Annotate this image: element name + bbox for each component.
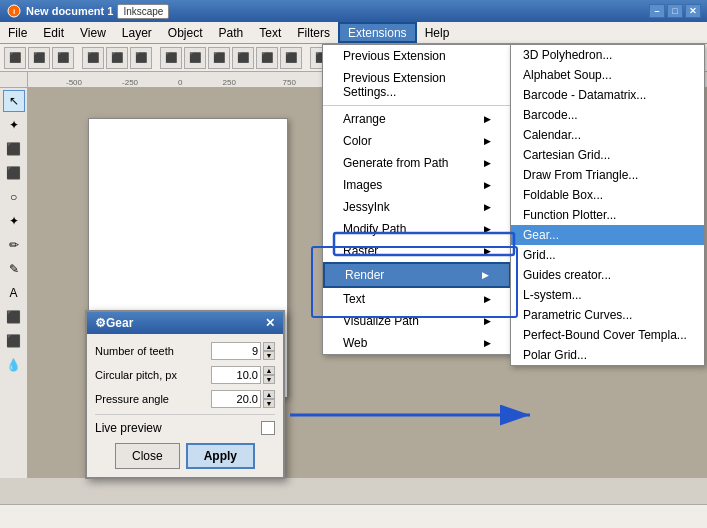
- apply-button[interactable]: Apply: [186, 443, 255, 469]
- toolbar-btn-3[interactable]: ⬛: [52, 47, 74, 69]
- gear-dialog: ⚙ Gear ✕ Number of teeth ▲ ▼ Circular pi…: [85, 310, 285, 479]
- render-alphabet-soup[interactable]: Alphabet Soup...: [511, 65, 704, 85]
- menu-edit[interactable]: Edit: [35, 22, 72, 43]
- menu-jessyink[interactable]: JessyInk▶: [323, 196, 511, 218]
- menu-arrange[interactable]: Arrange▶: [323, 108, 511, 130]
- circ-pitch-row: Circular pitch, px ▲ ▼: [95, 366, 275, 384]
- menu-help[interactable]: Help: [417, 22, 458, 43]
- render-gear[interactable]: Gear...: [511, 225, 704, 245]
- menu-visualize-path[interactable]: Visualize Path▶: [323, 310, 511, 332]
- menu-color[interactable]: Color▶: [323, 130, 511, 152]
- tool-rect[interactable]: ⬛: [3, 162, 25, 184]
- live-preview-label: Live preview: [95, 421, 255, 435]
- toolbar-btn-1[interactable]: ⬛: [4, 47, 26, 69]
- toolbar-btn-11[interactable]: ⬛: [256, 47, 278, 69]
- menu-view[interactable]: View: [72, 22, 114, 43]
- document-title: New document 1: [26, 5, 113, 17]
- pressure-angle-down[interactable]: ▼: [263, 399, 275, 408]
- close-button[interactable]: ✕: [685, 4, 701, 18]
- toolbar-btn-6[interactable]: ⬛: [130, 47, 152, 69]
- render-barcode-dm[interactable]: Barcode - Datamatrix...: [511, 85, 704, 105]
- render-cartesian-grid[interactable]: Cartesian Grid...: [511, 145, 704, 165]
- live-preview-row: Live preview: [95, 421, 275, 435]
- title-bar: i New document 1 Inkscape – □ ✕: [0, 0, 707, 22]
- render-3d-poly[interactable]: 3D Polyhedron...: [511, 45, 704, 65]
- circ-pitch-input[interactable]: [211, 366, 261, 384]
- menu-extensions[interactable]: Extensions: [338, 22, 417, 43]
- status-bar: [0, 504, 707, 528]
- render-submenu: 3D Polyhedron... Alphabet Soup... Barcod…: [510, 44, 705, 366]
- circ-pitch-up[interactable]: ▲: [263, 366, 275, 375]
- minimize-button[interactable]: –: [649, 4, 665, 18]
- menu-text-ext[interactable]: Text▶: [323, 288, 511, 310]
- num-teeth-label: Number of teeth: [95, 345, 211, 357]
- window-controls[interactable]: – □ ✕: [649, 4, 701, 18]
- tool-text[interactable]: A: [3, 282, 25, 304]
- render-l-system[interactable]: L-system...: [511, 285, 704, 305]
- toolbar-btn-10[interactable]: ⬛: [232, 47, 254, 69]
- render-perfect-bound[interactable]: Perfect-Bound Cover Templa...: [511, 325, 704, 345]
- tool-select[interactable]: ↖: [3, 90, 25, 112]
- render-grid[interactable]: Grid...: [511, 245, 704, 265]
- pressure-angle-row: Pressure angle ▲ ▼: [95, 390, 275, 408]
- tool-dropper[interactable]: 💧: [3, 354, 25, 376]
- render-foldable-box[interactable]: Foldable Box...: [511, 185, 704, 205]
- render-draw-triangle[interactable]: Draw From Triangle...: [511, 165, 704, 185]
- menu-web[interactable]: Web▶: [323, 332, 511, 354]
- menu-prev-extension-settings[interactable]: Previous Extension Settings...: [323, 67, 511, 103]
- render-guides-creator[interactable]: Guides creator...: [511, 265, 704, 285]
- num-teeth-up[interactable]: ▲: [263, 342, 275, 351]
- render-polar-grid[interactable]: Polar Grid...: [511, 345, 704, 365]
- gear-dialog-close-icon[interactable]: ✕: [265, 316, 275, 330]
- render-fn-plotter[interactable]: Function Plotter...: [511, 205, 704, 225]
- toolbar-btn-2[interactable]: ⬛: [28, 47, 50, 69]
- menu-path[interactable]: Path: [211, 22, 252, 43]
- tool-zoom[interactable]: ⬛: [3, 138, 25, 160]
- menu-layer[interactable]: Layer: [114, 22, 160, 43]
- tool-fill[interactable]: ⬛: [3, 306, 25, 328]
- circ-pitch-down[interactable]: ▼: [263, 375, 275, 384]
- dialog-buttons: Close Apply: [95, 443, 275, 469]
- menu-images[interactable]: Images▶: [323, 174, 511, 196]
- live-preview-checkbox[interactable]: [261, 421, 275, 435]
- dialog-sep: [95, 414, 275, 415]
- render-param-curves[interactable]: Parametric Curves...: [511, 305, 704, 325]
- menu-filters[interactable]: Filters: [289, 22, 338, 43]
- gear-icon: ⚙: [95, 316, 106, 330]
- num-teeth-down[interactable]: ▼: [263, 351, 275, 360]
- menu-render[interactable]: Render▶: [323, 262, 511, 288]
- tool-pencil[interactable]: ✎: [3, 258, 25, 280]
- toolbar-btn-4[interactable]: ⬛: [82, 47, 104, 69]
- toolbar-btn-12[interactable]: ⬛: [280, 47, 302, 69]
- extensions-dropdown: Previous Extension Previous Extension Se…: [322, 44, 512, 355]
- pressure-angle-input[interactable]: [211, 390, 261, 408]
- menu-gen-from-path[interactable]: Generate from Path▶: [323, 152, 511, 174]
- gear-dialog-content: Number of teeth ▲ ▼ Circular pitch, px ▲…: [87, 334, 283, 477]
- menu-raster[interactable]: Raster▶: [323, 240, 511, 262]
- menu-text[interactable]: Text: [251, 22, 289, 43]
- close-button[interactable]: Close: [115, 443, 180, 469]
- toolbox: ↖ ✦ ⬛ ⬛ ○ ✦ ✏ ✎ A ⬛ ⬛ 💧: [0, 88, 28, 478]
- maximize-button[interactable]: □: [667, 4, 683, 18]
- tool-pen[interactable]: ✏: [3, 234, 25, 256]
- render-barcode[interactable]: Barcode...: [511, 105, 704, 125]
- tool-gradient[interactable]: ⬛: [3, 330, 25, 352]
- num-teeth-input[interactable]: [211, 342, 261, 360]
- toolbar-btn-8[interactable]: ⬛: [184, 47, 206, 69]
- menu-modify-path[interactable]: Modify Path▶: [323, 218, 511, 240]
- menu-object[interactable]: Object: [160, 22, 211, 43]
- gear-dialog-title-text: Gear: [106, 316, 133, 330]
- menu-file[interactable]: File: [0, 22, 35, 43]
- menu-prev-extension[interactable]: Previous Extension: [323, 45, 511, 67]
- toolbar-btn-5[interactable]: ⬛: [106, 47, 128, 69]
- num-teeth-spinner: ▲ ▼: [263, 342, 275, 360]
- pressure-angle-up[interactable]: ▲: [263, 390, 275, 399]
- tool-star[interactable]: ✦: [3, 210, 25, 232]
- gear-dialog-title: ⚙ Gear ✕: [87, 312, 283, 334]
- render-calendar[interactable]: Calendar...: [511, 125, 704, 145]
- toolbar-btn-7[interactable]: ⬛: [160, 47, 182, 69]
- tool-node[interactable]: ✦: [3, 114, 25, 136]
- tool-circle[interactable]: ○: [3, 186, 25, 208]
- toolbar-btn-9[interactable]: ⬛: [208, 47, 230, 69]
- menu-sep-1: [323, 105, 511, 106]
